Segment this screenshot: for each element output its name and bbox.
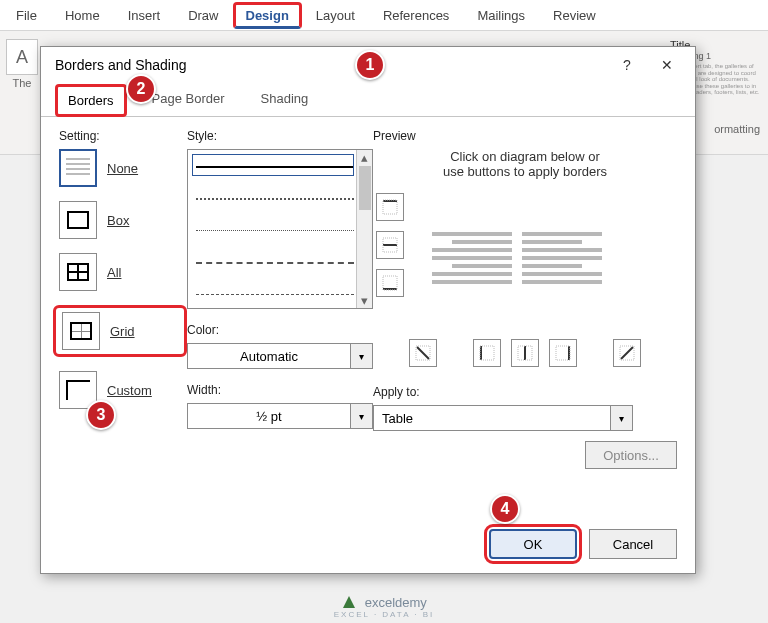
watermark-sub: EXCEL · DATA · BI	[0, 610, 768, 619]
color-combo[interactable]: Automatic ▾	[187, 343, 373, 369]
svg-line-14	[621, 347, 633, 359]
badge-3: 3	[86, 400, 116, 430]
setting-none[interactable]: None	[59, 149, 187, 187]
border-bottom-button[interactable]	[376, 269, 404, 297]
grid-text: Grid	[110, 324, 135, 339]
tab-insert[interactable]: Insert	[114, 2, 175, 29]
the-label: The	[13, 77, 32, 89]
style-column: Style: ▴ ▾ Color: Automatic ▾	[187, 129, 373, 525]
setting-grid[interactable]: Grid	[53, 305, 187, 357]
all-icon	[59, 253, 97, 291]
custom-text: Custom	[107, 383, 152, 398]
tab-borders[interactable]: Borders	[55, 84, 127, 117]
svg-marker-16	[343, 596, 355, 608]
help-button[interactable]: ?	[607, 49, 647, 81]
width-value: ½ pt	[187, 403, 351, 429]
svg-rect-5	[383, 276, 397, 290]
svg-rect-13	[556, 346, 570, 360]
preview-canvas[interactable]	[417, 193, 617, 323]
box-text: Box	[107, 213, 129, 228]
setting-label: Setting:	[59, 129, 187, 143]
badge-2: 2	[126, 74, 156, 104]
scroll-thumb[interactable]	[359, 166, 371, 210]
dialog-footer: OK Cancel	[489, 529, 677, 559]
border-diag-up-button[interactable]	[613, 339, 641, 367]
color-label: Color:	[187, 323, 373, 337]
apply-to-value: Table	[373, 405, 611, 431]
box-icon	[59, 201, 97, 239]
style-scrollbar[interactable]: ▴ ▾	[356, 150, 372, 308]
ribbon-tabs: File Home Insert Draw Design Layout Refe…	[0, 0, 768, 31]
clear-formatting-partial[interactable]: ormatting	[714, 123, 760, 135]
color-dropdown-icon[interactable]: ▾	[351, 343, 373, 369]
tab-references[interactable]: References	[369, 2, 463, 29]
style-label: Style:	[187, 129, 373, 143]
grid-icon	[62, 312, 100, 350]
tab-design[interactable]: Design	[233, 2, 302, 29]
style-list[interactable]: ▴ ▾	[187, 149, 373, 309]
none-text: None	[107, 161, 138, 176]
border-diag-down-button[interactable]	[409, 339, 437, 367]
preview-label: Preview	[373, 129, 677, 143]
options-button[interactable]: Options...	[585, 441, 677, 469]
badge-4: 4	[490, 494, 520, 524]
border-top-button[interactable]	[376, 193, 404, 221]
tab-mailings[interactable]: Mailings	[463, 2, 539, 29]
cancel-button[interactable]: Cancel	[589, 529, 677, 559]
setting-column: Setting: None Box All Grid Custom	[59, 129, 187, 525]
setting-box[interactable]: Box	[59, 201, 187, 239]
border-middle-h-button[interactable]	[376, 231, 404, 259]
apply-to-combo[interactable]: Table ▾	[373, 405, 633, 431]
tab-layout[interactable]: Layout	[302, 2, 369, 29]
setting-custom[interactable]: Custom	[59, 371, 187, 409]
tab-draw[interactable]: Draw	[174, 2, 232, 29]
tab-file[interactable]: File	[2, 2, 51, 29]
setting-all[interactable]: All	[59, 253, 187, 291]
border-middle-v-button[interactable]	[511, 339, 539, 367]
width-combo[interactable]: ½ pt ▾	[187, 403, 373, 429]
preview-hint: Click on diagram below or use buttons to…	[373, 149, 677, 179]
svg-rect-1	[383, 200, 397, 214]
style-selection	[192, 154, 354, 176]
width-dropdown-icon[interactable]: ▾	[351, 403, 373, 429]
apply-to-dropdown-icon[interactable]: ▾	[611, 405, 633, 431]
width-label: Width:	[187, 383, 373, 397]
none-icon	[59, 149, 97, 187]
tab-home[interactable]: Home	[51, 2, 114, 29]
apply-to-label: Apply to:	[373, 385, 677, 399]
close-button[interactable]: ✕	[647, 49, 687, 81]
tab-review[interactable]: Review	[539, 2, 610, 29]
font-style-thumb[interactable]: A	[6, 39, 38, 75]
color-value: Automatic	[187, 343, 351, 369]
borders-shading-dialog: Borders and Shading ? ✕ Borders Page Bor…	[40, 46, 696, 574]
dialog-title: Borders and Shading	[55, 57, 607, 73]
border-left-button[interactable]	[473, 339, 501, 367]
scroll-up-icon[interactable]: ▴	[361, 150, 368, 165]
scroll-down-icon[interactable]: ▾	[361, 293, 368, 308]
svg-rect-9	[480, 346, 494, 360]
preview-box	[373, 193, 677, 323]
svg-line-6	[417, 347, 429, 359]
svg-rect-2	[383, 244, 397, 246]
watermark: exceldemy EXCEL · DATA · BI	[0, 594, 768, 619]
ok-button[interactable]: OK	[489, 529, 577, 559]
tab-shading[interactable]: Shading	[250, 84, 320, 117]
preview-column: Preview Click on diagram below or use bu…	[373, 129, 677, 525]
watermark-brand: exceldemy	[365, 595, 427, 610]
svg-rect-10	[524, 346, 526, 360]
watermark-icon	[341, 594, 357, 610]
all-text: All	[107, 265, 121, 280]
border-right-button[interactable]	[549, 339, 577, 367]
badge-1: 1	[355, 50, 385, 80]
